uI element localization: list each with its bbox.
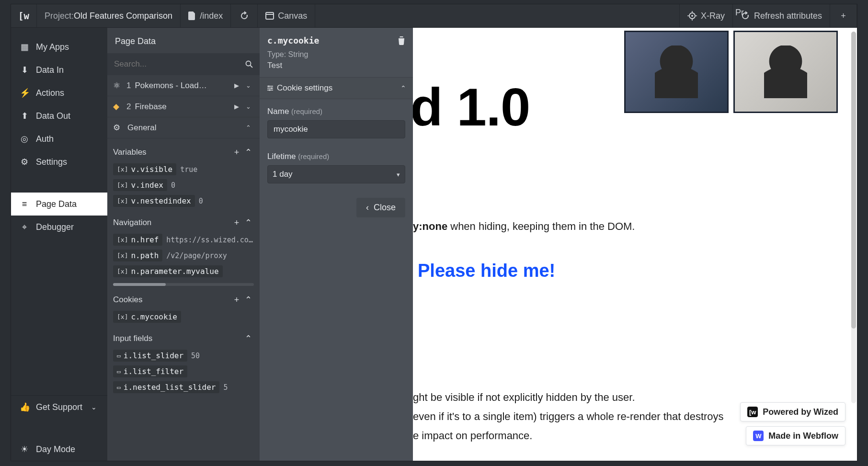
plus-icon: + — [841, 11, 846, 21]
name-label: Name (required) — [267, 107, 405, 116]
sidebar-item-label: Actions — [36, 88, 64, 98]
close-button[interactable]: ‹ Close — [356, 198, 405, 217]
chevron-left-icon: ‹ — [366, 203, 369, 213]
webflow-logo-icon: W — [753, 431, 764, 441]
window-icon — [265, 12, 274, 20]
page-icon — [188, 11, 196, 20]
powered-by-wized-badge[interactable]: [w Powered by Wized — [740, 402, 845, 421]
day-mode-toggle[interactable]: ☀ Day Mode — [11, 438, 107, 461]
request-row-firebase[interactable]: ◆ 2 Firebase ▶ ⌄ — [107, 96, 260, 117]
detail-title: c.mycookie — [267, 35, 398, 45]
test-link[interactable]: Test — [260, 61, 413, 77]
type-line: Type: String — [260, 50, 413, 61]
canvas-toggle[interactable]: Canvas — [258, 4, 315, 27]
cookie-row[interactable]: [x]c.mycookie — [107, 309, 260, 325]
sidebar-item-data-out[interactable]: ⬆ Data Out — [11, 104, 107, 127]
list-icon: ≡ — [20, 199, 29, 209]
thumb-icon: 👍 — [20, 402, 29, 412]
gear-icon: ⚙ — [20, 157, 29, 167]
preview-scrollbar[interactable] — [851, 32, 856, 403]
grid-icon: ▦ — [20, 42, 29, 52]
add-cookie-button[interactable]: + — [231, 295, 242, 305]
input-row[interactable]: ▭i.list_filter — [107, 364, 260, 379]
input-row[interactable]: ▭i.list_slider 50 — [107, 348, 260, 364]
inputs-header: Input fields ⌃ — [107, 325, 260, 348]
svg-point-4 — [246, 61, 251, 66]
sidebar-item-label: Data Out — [36, 111, 70, 121]
navigation-row[interactable]: [x]n.href https://ss.wized.com/v2/pa — [107, 232, 260, 248]
wized-logo-icon: [w — [747, 407, 758, 417]
api-icon: ⚛ — [113, 80, 124, 91]
svg-point-8 — [269, 89, 270, 91]
chevron-down-icon: ⌄ — [91, 403, 97, 411]
frame-icon: ▭ — [117, 352, 121, 359]
made-in-webflow-badge[interactable]: W Made in Webflow — [746, 426, 845, 445]
frame-icon: ▭ — [117, 384, 121, 391]
chevron-down-icon[interactable]: ⌄ — [242, 82, 254, 89]
sliders-icon — [266, 84, 277, 92]
variable-row[interactable]: [x]v.nestedindex 0 — [107, 193, 260, 209]
chevron-up-icon[interactable]: ⌃ — [242, 147, 254, 158]
code-icon: [x] — [117, 252, 128, 259]
sidebar-item-label: Page Data — [36, 199, 77, 209]
search-input[interactable] — [114, 59, 253, 69]
code-icon: [x] — [117, 197, 128, 205]
navigation-row[interactable]: [x]n.path /v2/page/proxy — [107, 248, 260, 263]
sidebar-item-label: Debugger — [36, 222, 74, 232]
chevron-up-icon[interactable]: ⌃ — [242, 295, 254, 305]
target-icon — [687, 11, 697, 21]
page-refresh-button[interactable] — [231, 4, 258, 27]
sidebar-item-auth[interactable]: ◎ Auth — [11, 127, 107, 150]
sidebar-item-my-apps[interactable]: ▦ My Apps — [11, 35, 107, 58]
input-row[interactable]: ▭i.nested_list_slider 5 — [107, 379, 260, 395]
svg-point-3 — [691, 15, 693, 17]
chevron-up-icon[interactable]: ⌃ — [242, 333, 254, 344]
sidebar-item-page-data[interactable]: ≡ Page Data — [11, 193, 107, 216]
more-button[interactable]: + — [830, 4, 857, 27]
refresh-attributes-button[interactable]: Refresh attributes — [733, 4, 830, 27]
sidebar-item-label: Settings — [36, 157, 67, 167]
sidebar-item-data-in[interactable]: ⬇ Data In — [11, 58, 107, 81]
panel-title: Page Data — [107, 28, 260, 53]
chevron-down-icon[interactable]: ⌄ — [242, 103, 254, 110]
project-chip[interactable]: Project: Old Features Comparison — [37, 4, 181, 27]
code-icon: [x] — [117, 166, 128, 173]
frame-icon: ▭ — [117, 368, 121, 375]
request-row-general[interactable]: ⚙ General ⌃ — [107, 117, 260, 138]
sun-icon: ☀ — [20, 444, 29, 455]
canvas-preview[interactable]: d 1.0 y:none when hiding, keeping them i… — [413, 28, 857, 461]
lifetime-select[interactable]: 1 day ▾ — [267, 165, 405, 183]
page-chip[interactable]: /index — [181, 4, 231, 27]
chevron-up-icon[interactable]: ⌃ — [242, 217, 254, 228]
search-icon[interactable] — [245, 60, 253, 68]
search-row — [107, 53, 260, 75]
chevron-up-icon[interactable]: ⌃ — [242, 124, 254, 131]
variable-row[interactable]: [x]v.visible true — [107, 161, 260, 177]
add-navigation-button[interactable]: + — [231, 218, 242, 228]
sidebar-item-actions[interactable]: ⚡ Actions — [11, 81, 107, 104]
fingerprint-icon: ◎ — [20, 134, 29, 144]
play-icon[interactable]: ▶ — [231, 82, 242, 89]
doc-paragraph: y:none when hiding, keeping them in the … — [413, 220, 857, 233]
sidebar-item-debugger[interactable]: ⌖ Debugger — [11, 216, 107, 239]
variable-row[interactable]: [x]v.index 0 — [107, 177, 260, 193]
panel-scroll[interactable]: ⚛ 1 Pokemons - Load… ▶ ⌄ ◆ 2 Firebase ▶ … — [107, 75, 260, 461]
svg-line-5 — [251, 66, 253, 68]
play-icon[interactable]: ▶ — [231, 103, 242, 110]
navigation-row[interactable]: [x]n.parameter.myvalue — [107, 263, 260, 279]
doc-callout: Please hide me! — [418, 261, 857, 281]
svg-point-7 — [271, 87, 272, 89]
sidebar-item-label: Auth — [36, 134, 54, 144]
xray-toggle[interactable]: X-Ray — [679, 4, 733, 27]
logo[interactable]: [w — [11, 4, 37, 27]
navigation-header: Navigation + ⌃ — [107, 209, 260, 232]
sidebar-item-label: Day Mode — [36, 444, 75, 455]
request-row-pokemons[interactable]: ⚛ 1 Pokemons - Load… ▶ ⌄ — [107, 75, 260, 96]
code-icon: [x] — [117, 268, 128, 275]
add-variable-button[interactable]: + — [231, 148, 242, 158]
name-input[interactable] — [267, 120, 405, 138]
cookie-settings-row[interactable]: Cookie settings ⌃ — [260, 77, 413, 99]
delete-button[interactable] — [398, 36, 405, 45]
get-support-button[interactable]: 👍 Get Support ⌄ — [11, 396, 107, 419]
sidebar-item-settings[interactable]: ⚙ Settings — [11, 150, 107, 173]
